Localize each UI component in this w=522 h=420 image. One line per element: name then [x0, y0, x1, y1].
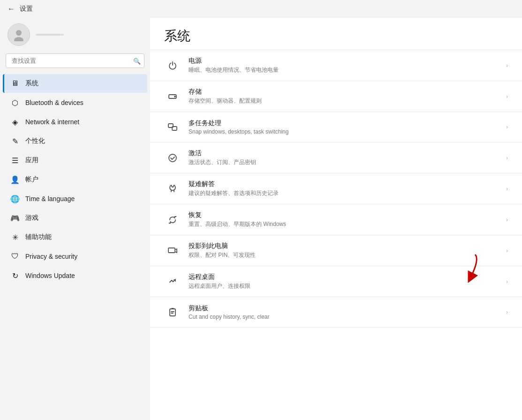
bluetooth-icon: ⬡ — [10, 98, 20, 107]
item-text-remote-desktop: 远程桌面远程桌面用户、连接权限 — [189, 273, 499, 290]
svg-point-1 — [14, 37, 23, 41]
settings-item-power[interactable]: 电源睡眠、电池使用情况、节省电池电量› — [150, 50, 522, 81]
item-text-troubleshoot: 疑难解答建议的疑难解答、首选项和历史记录 — [189, 180, 499, 197]
svg-rect-8 — [170, 309, 175, 316]
sidebar-item-personalization[interactable]: ✎个性化 — [3, 132, 147, 150]
accounts-icon: 👤 — [10, 175, 20, 184]
sidebar-label-personalization: 个性化 — [25, 137, 45, 145]
storage-icon — [164, 88, 181, 105]
chevron-right-icon: › — [506, 309, 508, 315]
item-text-recovery: 恢复重置、高级启动、早期版本的 Windows — [189, 211, 499, 228]
sidebar-label-gaming: 游戏 — [25, 214, 38, 222]
avatar — [8, 23, 30, 46]
search-box: 🔍 — [6, 53, 144, 68]
item-desc-storage: 存储空间、驱动器、配置规则 — [189, 97, 499, 105]
item-title-power: 电源 — [189, 57, 499, 65]
project-icon — [164, 242, 181, 259]
item-text-storage: 存储存储空间、驱动器、配置规则 — [189, 88, 499, 105]
windows-update-icon: ↻ — [10, 271, 20, 280]
sidebar-item-gaming[interactable]: 🎮游戏 — [3, 209, 147, 227]
item-desc-remote-desktop: 远程桌面用户、连接权限 — [189, 282, 499, 290]
sidebar-label-system: 系统 — [25, 79, 38, 88]
apps-icon: ☰ — [10, 156, 20, 165]
sidebar-label-accounts: 帐户 — [25, 175, 38, 184]
settings-item-multitasking[interactable]: 多任务处理Snap windows, desktops, task switch… — [150, 112, 522, 142]
item-title-multitasking: 多任务处理 — [189, 119, 499, 128]
settings-item-project[interactable]: 投影到此电脑权限、配对 PIN、可发现性› — [150, 235, 522, 266]
item-text-multitasking: 多任务处理Snap windows, desktops, task switch… — [189, 119, 499, 135]
item-text-clipboard: 剪贴板Cut and copy history, sync, clear — [189, 304, 499, 320]
settings-item-troubleshoot[interactable]: 疑难解答建议的疑难解答、首选项和历史记录› — [150, 173, 522, 204]
svg-point-6 — [169, 154, 176, 162]
gaming-icon: 🎮 — [10, 213, 20, 223]
svg-rect-7 — [168, 248, 175, 253]
item-text-power: 电源睡眠、电池使用情况、节省电池电量 — [189, 57, 499, 74]
sidebar-label-apps: 应用 — [25, 156, 38, 165]
sidebar-item-accounts[interactable]: 👤帐户 — [3, 170, 147, 189]
item-desc-project: 权限、配对 PIN、可发现性 — [189, 251, 499, 259]
back-button[interactable]: ← — [8, 5, 15, 13]
network-icon: ◈ — [10, 117, 20, 127]
time-icon: 🌐 — [10, 194, 20, 203]
item-title-project: 投影到此电脑 — [189, 242, 499, 250]
chevron-right-icon: › — [506, 278, 508, 285]
chevron-right-icon: › — [506, 93, 508, 100]
chevron-right-icon: › — [506, 155, 508, 161]
item-desc-recovery: 重置、高级启动、早期版本的 Windows — [189, 220, 499, 228]
svg-point-0 — [16, 30, 22, 36]
item-desc-power: 睡眠、电池使用情况、节省电池电量 — [189, 66, 499, 74]
settings-item-recovery[interactable]: 恢复重置、高级启动、早期版本的 Windows› — [150, 204, 522, 235]
sidebar-item-network[interactable]: ◈Network & internet — [3, 112, 147, 131]
recovery-icon — [164, 211, 181, 228]
sidebar-item-time[interactable]: 🌐Time & language — [3, 189, 147, 208]
svg-point-3 — [174, 96, 175, 97]
content-header: 系统 — [150, 18, 522, 50]
item-desc-clipboard: Cut and copy history, sync, clear — [189, 314, 499, 320]
settings-list: 电源睡眠、电池使用情况、节省电池电量› 存储存储空间、驱动器、配置规则› 多任务… — [150, 50, 522, 328]
sidebar-item-accessibility[interactable]: ✳辅助功能 — [3, 228, 147, 247]
item-title-troubleshoot: 疑难解答 — [189, 180, 499, 188]
privacy-icon: 🛡 — [10, 252, 20, 261]
settings-item-clipboard[interactable]: 剪贴板Cut and copy history, sync, clear› — [150, 297, 522, 328]
sidebar-label-time: Time & language — [25, 195, 75, 202]
chevron-right-icon: › — [506, 62, 508, 69]
sidebar-item-bluetooth[interactable]: ⬡Bluetooth & devices — [3, 93, 147, 112]
search-input[interactable] — [6, 53, 144, 68]
clipboard-icon — [164, 304, 181, 321]
sidebar-label-windows-update: Windows Update — [25, 272, 75, 279]
item-title-clipboard: 剪贴板 — [189, 304, 499, 313]
app-container: ← 设置 🔍 🖥系统⬡Bluetooth — [0, 0, 522, 420]
username-label — [36, 34, 64, 36]
item-desc-multitasking: Snap windows, desktops, task switching — [189, 128, 499, 135]
item-text-activation: 激活激活状态、订阅、产品密钥 — [189, 149, 499, 166]
item-desc-activation: 激活状态、订阅、产品密钥 — [189, 158, 499, 166]
sidebar: 🔍 🖥系统⬡Bluetooth & devices◈Network & inte… — [0, 18, 150, 420]
personalization-icon: ✎ — [10, 136, 20, 146]
chevron-right-icon: › — [506, 248, 508, 254]
settings-item-activation[interactable]: 激活激活状态、订阅、产品密钥› — [150, 142, 522, 173]
settings-item-remote-desktop[interactable]: 远程桌面远程桌面用户、连接权限› — [150, 266, 522, 297]
item-title-remote-desktop: 远程桌面 — [189, 273, 499, 281]
sidebar-nav: 🖥系统⬡Bluetooth & devices◈Network & intern… — [0, 74, 150, 285]
sidebar-label-privacy: Privacy & security — [25, 253, 77, 260]
sidebar-item-system[interactable]: 🖥系统 — [3, 74, 147, 93]
user-profile — [0, 18, 150, 53]
page-title: 系统 — [164, 27, 508, 45]
activation-icon — [164, 150, 181, 166]
item-title-storage: 存储 — [189, 88, 499, 96]
sidebar-label-accessibility: 辅助功能 — [25, 233, 52, 241]
troubleshoot-icon — [164, 180, 181, 197]
sidebar-item-privacy[interactable]: 🛡Privacy & security — [3, 247, 147, 266]
remote-desktop-icon — [164, 273, 181, 290]
sidebar-label-bluetooth: Bluetooth & devices — [25, 99, 83, 106]
item-desc-troubleshoot: 建议的疑难解答、首选项和历史记录 — [189, 189, 499, 197]
sidebar-label-network: Network & internet — [25, 118, 79, 126]
settings-item-storage[interactable]: 存储存储空间、驱动器、配置规则› — [150, 81, 522, 112]
chevron-right-icon: › — [506, 186, 508, 192]
sidebar-item-apps[interactable]: ☰应用 — [3, 151, 147, 170]
item-text-project: 投影到此电脑权限、配对 PIN、可发现性 — [189, 242, 499, 259]
chevron-right-icon: › — [506, 124, 508, 130]
item-title-activation: 激活 — [189, 149, 499, 158]
sidebar-item-windows-update[interactable]: ↻Windows Update — [3, 266, 147, 285]
accessibility-icon: ✳ — [10, 232, 20, 242]
